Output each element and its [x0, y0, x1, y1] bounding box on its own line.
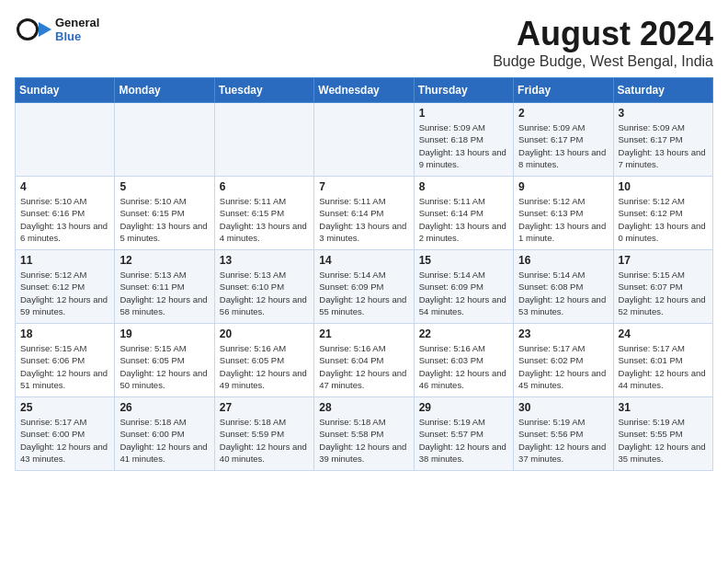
day-info: Sunrise: 5:17 AMSunset: 6:02 PMDaylight:…	[518, 342, 608, 391]
day-info: Sunrise: 5:12 AMSunset: 6:13 PMDaylight:…	[518, 195, 608, 244]
day-info: Sunrise: 5:11 AMSunset: 6:14 PMDaylight:…	[419, 195, 508, 244]
calendar-cell: 12Sunrise: 5:13 AMSunset: 6:11 PMDayligh…	[115, 250, 214, 324]
day-number: 11	[20, 254, 109, 267]
calendar-cell: 6Sunrise: 5:11 AMSunset: 6:15 PMDaylight…	[214, 177, 313, 250]
day-number: 7	[319, 180, 408, 193]
day-info: Sunrise: 5:12 AMSunset: 6:12 PMDaylight:…	[20, 269, 109, 317]
day-info: Sunrise: 5:14 AMSunset: 6:09 PMDaylight:…	[419, 269, 508, 317]
day-number: 17	[619, 254, 708, 267]
calendar-week-row: 25Sunrise: 5:17 AMSunset: 6:00 PMDayligh…	[16, 397, 713, 471]
day-info: Sunrise: 5:14 AMSunset: 6:09 PMDaylight:…	[319, 269, 408, 317]
day-info: Sunrise: 5:19 AMSunset: 5:56 PMDaylight:…	[518, 416, 608, 465]
calendar-cell: 3Sunrise: 5:09 AMSunset: 6:17 PMDaylight…	[613, 103, 712, 177]
day-info: Sunrise: 5:15 AMSunset: 6:06 PMDaylight:…	[20, 342, 109, 391]
day-info: Sunrise: 5:09 AMSunset: 6:17 PMDaylight:…	[518, 121, 608, 170]
day-info: Sunrise: 5:09 AMSunset: 6:18 PMDaylight:…	[419, 121, 508, 170]
day-number: 19	[119, 327, 209, 340]
day-info: Sunrise: 5:18 AMSunset: 5:59 PMDaylight:…	[220, 416, 309, 465]
col-header-friday: Friday	[514, 78, 613, 103]
col-header-sunday: Sunday	[16, 78, 115, 103]
day-number: 6	[220, 180, 309, 193]
calendar-cell: 11Sunrise: 5:12 AMSunset: 6:12 PMDayligh…	[16, 250, 115, 324]
calendar-cell: 28Sunrise: 5:18 AMSunset: 5:58 PMDayligh…	[314, 397, 414, 471]
day-info: Sunrise: 5:17 AMSunset: 6:00 PMDaylight:…	[20, 416, 109, 465]
day-number: 8	[419, 180, 508, 193]
day-info: Sunrise: 5:13 AMSunset: 6:11 PMDaylight:…	[119, 269, 209, 317]
calendar-cell: 5Sunrise: 5:10 AMSunset: 6:15 PMDaylight…	[115, 177, 214, 250]
day-number: 12	[119, 254, 209, 267]
day-number: 27	[220, 401, 309, 414]
calendar-cell: 30Sunrise: 5:19 AMSunset: 5:56 PMDayligh…	[514, 397, 613, 471]
day-number: 4	[20, 180, 109, 193]
col-header-wednesday: Wednesday	[314, 78, 414, 103]
calendar-cell: 24Sunrise: 5:17 AMSunset: 6:01 PMDayligh…	[613, 324, 712, 397]
day-info: Sunrise: 5:12 AMSunset: 6:12 PMDaylight:…	[619, 195, 708, 244]
calendar-cell	[214, 103, 313, 177]
day-number: 24	[619, 327, 708, 340]
col-header-tuesday: Tuesday	[214, 78, 313, 103]
day-info: Sunrise: 5:16 AMSunset: 6:04 PMDaylight:…	[319, 342, 408, 391]
day-number: 1	[419, 107, 508, 120]
day-number: 9	[518, 180, 608, 193]
day-number: 31	[619, 401, 708, 414]
calendar-cell	[115, 103, 214, 177]
calendar-cell: 13Sunrise: 5:13 AMSunset: 6:10 PMDayligh…	[214, 250, 313, 324]
day-info: Sunrise: 5:17 AMSunset: 6:01 PMDaylight:…	[619, 342, 708, 391]
calendar-cell	[314, 103, 414, 177]
day-number: 25	[20, 401, 109, 414]
header: General Blue August 2024 Budge Budge, We…	[15, 15, 713, 70]
day-number: 20	[220, 327, 309, 340]
day-info: Sunrise: 5:10 AMSunset: 6:16 PMDaylight:…	[20, 195, 109, 244]
day-info: Sunrise: 5:15 AMSunset: 6:05 PMDaylight:…	[119, 342, 209, 391]
col-header-monday: Monday	[115, 78, 214, 103]
main-title: August 2024	[493, 15, 713, 53]
calendar-cell: 31Sunrise: 5:19 AMSunset: 5:55 PMDayligh…	[613, 397, 712, 471]
logo-blue: Blue	[55, 29, 99, 43]
calendar-cell: 10Sunrise: 5:12 AMSunset: 6:12 PMDayligh…	[613, 177, 712, 250]
day-number: 16	[518, 254, 608, 267]
col-header-saturday: Saturday	[613, 78, 712, 103]
logo: General Blue	[15, 15, 99, 44]
day-number: 22	[419, 327, 508, 340]
calendar-cell: 22Sunrise: 5:16 AMSunset: 6:03 PMDayligh…	[414, 324, 513, 397]
calendar-cell: 26Sunrise: 5:18 AMSunset: 6:00 PMDayligh…	[115, 397, 214, 471]
calendar-week-row: 4Sunrise: 5:10 AMSunset: 6:16 PMDaylight…	[16, 177, 713, 250]
calendar-cell: 18Sunrise: 5:15 AMSunset: 6:06 PMDayligh…	[16, 324, 115, 397]
calendar-cell: 9Sunrise: 5:12 AMSunset: 6:13 PMDaylight…	[514, 177, 613, 250]
day-info: Sunrise: 5:18 AMSunset: 5:58 PMDaylight:…	[319, 416, 408, 465]
day-number: 26	[119, 401, 209, 414]
day-info: Sunrise: 5:16 AMSunset: 6:05 PMDaylight:…	[220, 342, 309, 391]
day-info: Sunrise: 5:11 AMSunset: 6:15 PMDaylight:…	[220, 195, 309, 244]
day-number: 18	[20, 327, 109, 340]
day-number: 5	[119, 180, 209, 193]
calendar-week-row: 1Sunrise: 5:09 AMSunset: 6:18 PMDaylight…	[16, 103, 713, 177]
day-number: 13	[220, 254, 309, 267]
day-number: 15	[419, 254, 508, 267]
day-number: 29	[419, 401, 508, 414]
day-info: Sunrise: 5:18 AMSunset: 6:00 PMDaylight:…	[119, 416, 209, 465]
svg-marker-2	[39, 22, 51, 37]
calendar-cell	[16, 103, 115, 177]
day-info: Sunrise: 5:16 AMSunset: 6:03 PMDaylight:…	[419, 342, 508, 391]
subtitle: Budge Budge, West Bengal, India	[493, 53, 713, 70]
day-number: 2	[518, 107, 608, 120]
day-number: 3	[619, 107, 708, 120]
calendar-cell: 4Sunrise: 5:10 AMSunset: 6:16 PMDaylight…	[16, 177, 115, 250]
logo-general: General	[55, 16, 99, 29]
calendar-cell: 21Sunrise: 5:16 AMSunset: 6:04 PMDayligh…	[314, 324, 414, 397]
title-area: August 2024 Budge Budge, West Bengal, In…	[493, 15, 713, 70]
day-info: Sunrise: 5:09 AMSunset: 6:17 PMDaylight:…	[619, 121, 708, 170]
day-number: 10	[619, 180, 708, 193]
svg-point-1	[19, 21, 36, 38]
day-info: Sunrise: 5:11 AMSunset: 6:14 PMDaylight:…	[319, 195, 408, 244]
calendar-cell: 7Sunrise: 5:11 AMSunset: 6:14 PMDaylight…	[314, 177, 414, 250]
calendar-cell: 25Sunrise: 5:17 AMSunset: 6:00 PMDayligh…	[16, 397, 115, 471]
calendar-cell: 16Sunrise: 5:14 AMSunset: 6:08 PMDayligh…	[514, 250, 613, 324]
calendar-cell: 23Sunrise: 5:17 AMSunset: 6:02 PMDayligh…	[514, 324, 613, 397]
calendar-cell: 2Sunrise: 5:09 AMSunset: 6:17 PMDaylight…	[514, 103, 613, 177]
day-info: Sunrise: 5:15 AMSunset: 6:07 PMDaylight:…	[619, 269, 708, 317]
day-info: Sunrise: 5:19 AMSunset: 5:57 PMDaylight:…	[419, 416, 508, 465]
day-number: 28	[319, 401, 408, 414]
calendar-header-row: SundayMondayTuesdayWednesdayThursdayFrid…	[16, 78, 713, 103]
day-info: Sunrise: 5:19 AMSunset: 5:55 PMDaylight:…	[619, 416, 708, 465]
